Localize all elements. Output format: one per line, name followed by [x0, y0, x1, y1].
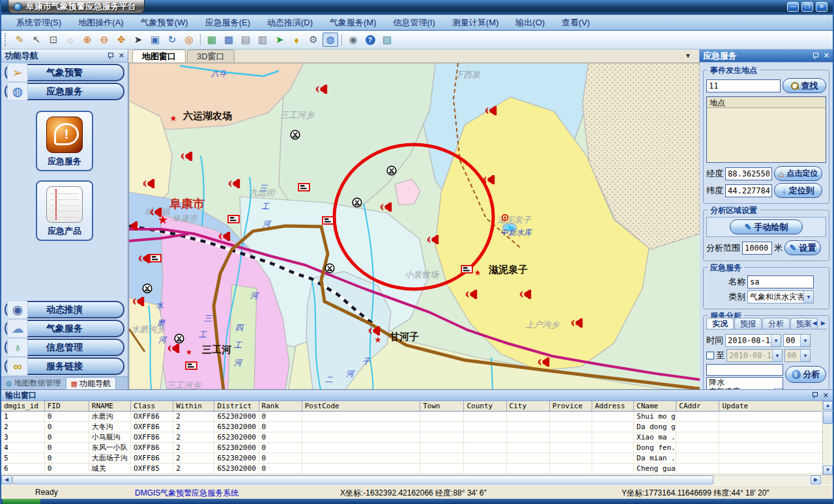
table-row[interactable]: 20大冬沟OXFF8626523020000Da dong gou — [1, 422, 824, 432]
list-scrollbar[interactable]: ▲ — [774, 388, 783, 389]
image-icon[interactable]: ▧ — [379, 33, 395, 47]
analysis-tab-2[interactable]: 分析 — [762, 318, 790, 329]
menu-item-0[interactable]: 系统管理(S) — [8, 17, 70, 29]
menu-item-7[interactable]: 测量计算(M) — [444, 17, 508, 29]
zoom-out-icon[interactable]: ⊖ — [96, 33, 112, 47]
select-lasso-icon[interactable]: ◌ — [63, 33, 78, 47]
emergency-service-button[interactable]: 应急服务 — [36, 111, 93, 171]
column-header[interactable]: District — [214, 401, 259, 412]
lon-input[interactable] — [725, 167, 772, 180]
settings-icon[interactable]: ⚙ — [306, 33, 321, 47]
range-input[interactable] — [742, 242, 772, 255]
table-row[interactable]: 30小马厩沟OXFF8626523020000Xiao ma ... — [1, 432, 824, 443]
locate-click-button[interactable]: ⌂ 点击定位 — [774, 166, 822, 181]
select-rect-icon[interactable]: ⊡ — [46, 33, 61, 47]
map-svg[interactable]: 六运湖农场三工河乡下西泉八斗九运街阜康市城关镇阜康市三工河水磨沟乡三工河乡滋泥泉… — [129, 63, 700, 389]
menu-item-6[interactable]: 信息管理(I) — [385, 17, 444, 29]
date-select[interactable]: 2010-08-13 ▼ — [725, 334, 781, 347]
nav-section-1[interactable]: ◍应急服务 — [5, 83, 124, 100]
refresh-icon[interactable]: ↻ — [164, 33, 180, 47]
globe-icon[interactable]: ◍ — [323, 33, 338, 47]
menu-item-8[interactable]: 输出(O) — [507, 17, 553, 29]
scroll-up-icon[interactable]: ▲ — [823, 401, 833, 410]
locate-to-button[interactable]: ↓ 定位到 — [774, 183, 822, 198]
column-header[interactable]: City — [506, 401, 549, 412]
service-name-input[interactable] — [747, 275, 814, 288]
measure-icon[interactable]: ✎ — [12, 33, 27, 47]
map-tab-1[interactable]: 3D窗口 — [187, 49, 235, 63]
scroll-thumb[interactable] — [823, 411, 833, 424]
table-row[interactable]: 60城关OXFF8526523020000Cheng guan — [1, 464, 824, 474]
full-extent-icon[interactable]: ▣ — [147, 33, 163, 47]
close-icon[interactable]: ✕ — [823, 391, 829, 400]
nav-tab-0[interactable]: ◍地图数据管理 — [1, 377, 66, 389]
close-button[interactable]: ✕ — [816, 2, 827, 12]
map-canvas[interactable]: 六运湖农场三工河乡下西泉八斗九运街阜康市城关镇阜康市三工河水磨沟乡三工河乡滋泥泉… — [128, 63, 699, 389]
pointer-icon[interactable]: ➤ — [130, 33, 146, 47]
pin-icon[interactable] — [812, 52, 818, 60]
search-button[interactable]: 查找 — [783, 78, 826, 93]
scroll-right-icon[interactable]: ▶ — [811, 475, 821, 484]
table-row[interactable]: 50大面场子沟OXFF8626523020000Da mian ... — [1, 453, 824, 464]
column-header[interactable]: RNAME — [89, 401, 130, 412]
hour-select[interactable]: 00 ▼ — [783, 334, 811, 347]
column-header[interactable]: Update — [719, 401, 824, 412]
manual-draw-button[interactable]: ✎ 手动绘制 — [730, 219, 803, 234]
help-icon[interactable]: ? — [362, 33, 378, 47]
nav-section-bottom-2[interactable]: ♁信息管理 — [5, 339, 124, 356]
to-checkbox[interactable] — [706, 352, 714, 359]
table-row[interactable]: 40东风一小队OXFF8626523020000Dong fen... — [1, 443, 824, 453]
zoom-in-icon[interactable]: ⊕ — [79, 33, 95, 47]
menu-item-2[interactable]: 气象预警(W) — [132, 17, 197, 29]
menu-item-1[interactable]: 地图操作(A) — [70, 17, 132, 29]
pin-icon[interactable] — [811, 391, 818, 399]
column-header[interactable]: CName — [634, 401, 676, 412]
minimize-button[interactable]: — — [787, 2, 799, 12]
column-header[interactable]: PostCode — [302, 401, 420, 412]
analyze-button[interactable]: i 分析 — [785, 366, 826, 383]
column-header[interactable]: FID — [44, 401, 89, 412]
scroll-thumb[interactable] — [12, 475, 713, 484]
scene-icon[interactable]: ▩ — [221, 33, 237, 47]
pin-marker-icon[interactable]: ♦ — [289, 33, 304, 47]
element-list[interactable]: 降水空气温度 ▲ — [706, 377, 783, 389]
layers-icon[interactable]: ▦ — [204, 33, 220, 47]
restore-button[interactable]: ❐ — [801, 2, 813, 12]
set-range-button[interactable]: ✎ 设置 — [784, 240, 821, 255]
column-header[interactable]: Town — [420, 401, 464, 412]
chevron-down-icon[interactable]: ▼ — [800, 335, 810, 346]
list-item[interactable]: 空气温度 — [707, 387, 783, 389]
scroll-up-icon[interactable]: ▲ — [775, 388, 783, 389]
column-header[interactable]: Provice — [549, 401, 592, 412]
eye-icon[interactable]: ◉ — [345, 33, 361, 47]
chevron-down-icon[interactable]: ▼ — [771, 335, 781, 346]
close-icon[interactable]: ✕ — [119, 51, 124, 60]
menu-item-4[interactable]: 动态推演(D) — [259, 17, 321, 29]
emergency-product-button[interactable]: 应急产品 — [36, 180, 93, 241]
chevron-down-icon[interactable]: ▼ — [803, 291, 813, 303]
nav-section-bottom-3[interactable]: ∞服务链接 — [5, 357, 124, 375]
chevron-down-icon[interactable]: ▼ — [685, 52, 691, 59]
column-header[interactable]: Within — [173, 401, 214, 412]
pin-icon[interactable] — [107, 52, 113, 60]
tab-scroll-arrows[interactable]: ◀ ▶ — [812, 320, 827, 326]
location-search-input[interactable] — [706, 79, 781, 92]
scroll-left-icon[interactable]: ◀ — [1, 475, 12, 484]
element-filter-box[interactable] — [706, 364, 783, 376]
column-header[interactable]: dmgis_id — [1, 401, 44, 412]
menu-item-3[interactable]: 应急服务(E) — [197, 17, 259, 29]
nav-section-bottom-0[interactable]: ◉动态推演 — [5, 301, 124, 318]
nav-tab-1[interactable]: ▦功能导航 — [66, 377, 116, 389]
lat-input[interactable] — [725, 184, 772, 197]
table-horizontal-scrollbar[interactable]: ◀ ▶ — [1, 475, 833, 484]
print-icon[interactable]: ▤ — [238, 33, 253, 47]
column-header[interactable]: Class — [131, 401, 173, 412]
pointer-green-icon[interactable]: ➤ — [272, 33, 287, 47]
menu-item-9[interactable]: 查看(V) — [553, 17, 598, 29]
toolbar-grip[interactable] — [5, 33, 8, 46]
service-type-select[interactable]: 气象和洪水灾害 ▼ — [747, 290, 814, 303]
nav-section-0[interactable]: ➢气象预警 — [5, 64, 124, 81]
scroll-down-icon[interactable]: ▼ — [823, 466, 833, 475]
close-icon[interactable]: ✕ — [824, 51, 829, 60]
column-header[interactable]: Address — [592, 401, 633, 412]
